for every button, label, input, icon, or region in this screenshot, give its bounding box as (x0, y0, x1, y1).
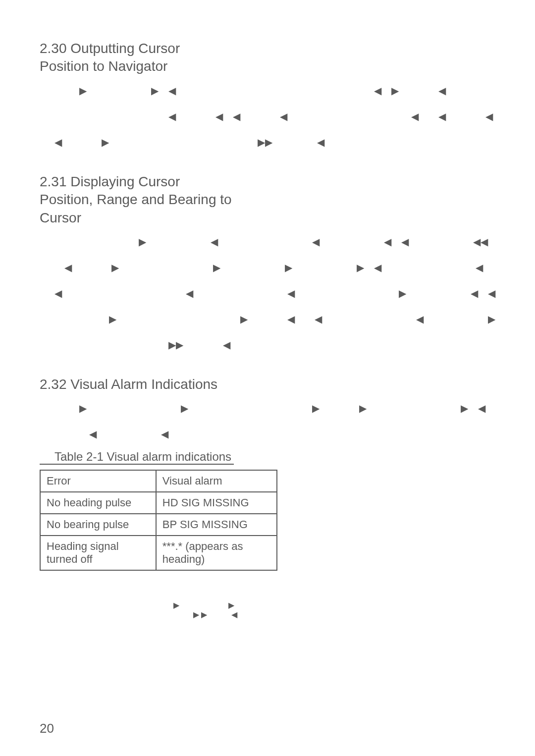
visual-alarm-table: Error Visual alarm No heading pulse HD S… (40, 470, 277, 571)
triangle-left-icon: ◀ (223, 339, 230, 351)
table-cell: No heading pulse (40, 492, 156, 514)
triangle-right-icon: ▶ (228, 601, 234, 609)
triangle-right-icon: ▶ (461, 402, 468, 414)
triangle-right-icon: ▶ (399, 287, 406, 299)
triangle-right-icon: ▶▶ (258, 136, 272, 148)
table-row: Error Visual alarm (40, 470, 277, 492)
triangle-left-icon: ◀ (485, 110, 493, 122)
triangle-left-icon: ◀ (312, 236, 320, 248)
heading-230-line2: Position to Navigator (40, 58, 167, 74)
triangle-left-icon: ◀ (374, 262, 381, 273)
triangle-left-icon: ◀ (384, 236, 391, 248)
triangle-right-icon: ▶ (54, 402, 87, 414)
triangle-right-icon: ▶ (359, 402, 367, 414)
triangle-left-icon: ◀ (89, 428, 97, 440)
page-number: 20 (40, 721, 54, 736)
triangle-right-icon: ▶ (285, 262, 292, 273)
triangle-left-icon: ◀ (374, 85, 381, 97)
triangle-left-icon: ◀ (471, 287, 478, 299)
triangle-right-icon: ▶ (312, 402, 320, 414)
triangle-right-icon: ▶ (151, 85, 159, 97)
triangle-left-icon: ◀ (438, 85, 446, 97)
heading-232-text: 2.32 Visual Alarm Indications (40, 377, 217, 392)
triangles-bottom: ▶ ▶ ▶▶ ◀ (40, 600, 495, 619)
heading-231-line2: Position, Range and Bearing to (40, 192, 232, 207)
triangle-left-icon: ◀ (416, 313, 424, 325)
triangle-left-icon: ◀ (54, 287, 62, 299)
triangle-right-icon: ▶ (181, 402, 188, 414)
triangle-left-icon: ◀ (438, 110, 446, 122)
triangle-left-icon: ◀ (233, 110, 240, 122)
table-row: Heading signal turned off ***.* (appears… (40, 536, 277, 570)
triangle-right-icon: ▶ (139, 236, 146, 248)
table-cell: Error (40, 470, 156, 492)
triangle-right-icon: ▶ (102, 136, 109, 148)
triangle-right-icon: ▶ (173, 601, 179, 609)
triangle-left-icon: ◀ (287, 287, 295, 299)
triangle-left-icon: ◀ (231, 610, 237, 619)
triangle-right-icon: ▶▶ (168, 339, 183, 351)
triangles-232: ▶ ▶ ▶ ▶ ▶ ◀ ◀ ◀ (40, 402, 495, 440)
triangle-left-icon: ◀ (161, 428, 168, 440)
heading-230-line1: 2.30 Outputting Cursor (40, 41, 180, 56)
heading-231-line1: 2.31 Displaying Cursor (40, 174, 180, 189)
triangle-left-icon: ◀ (478, 402, 485, 414)
triangle-left-icon: ◀ (168, 110, 176, 122)
triangle-right-icon: ▶▶ (173, 610, 207, 619)
triangle-left-icon: ◀ (168, 85, 176, 97)
table-row: No heading pulse HD SIG MISSING (40, 492, 277, 514)
heading-230: 2.30 Outputting Cursor Position to Navig… (40, 40, 495, 76)
table-cell: Heading signal turned off (40, 536, 156, 570)
table-cell: Visual alarm (156, 470, 277, 492)
triangle-left-icon: ◀ (54, 136, 62, 148)
triangle-left-icon: ◀◀ (473, 236, 488, 248)
triangle-left-icon: ◀ (287, 313, 295, 325)
triangle-left-icon: ◀ (315, 313, 322, 325)
table-row: No bearing pulse BP SIG MISSING (40, 514, 277, 536)
triangle-right-icon: ▶ (111, 262, 119, 273)
triangle-right-icon: ▶ (213, 262, 220, 273)
triangle-left-icon: ◀ (476, 262, 483, 273)
table-caption: Table 2-1 Visual alarm indications (40, 450, 234, 465)
triangle-left-icon: ◀ (211, 236, 218, 248)
triangle-right-icon: ▶ (240, 313, 248, 325)
triangle-left-icon: ◀ (401, 236, 409, 248)
triangle-right-icon: ▶ (488, 313, 495, 325)
heading-231-line3: Cursor (40, 210, 81, 225)
table-cell: No bearing pulse (40, 514, 156, 536)
table-cell: ***.* (appears as heading) (156, 536, 277, 570)
triangle-left-icon: ◀ (215, 110, 223, 122)
triangle-right-icon: ▶ (357, 262, 364, 273)
table-cell: HD SIG MISSING (156, 492, 277, 514)
triangle-left-icon: ◀ (280, 110, 287, 122)
triangle-left-icon: ◀ (411, 110, 419, 122)
triangle-left-icon: ◀ (186, 287, 193, 299)
triangle-left-icon: ◀ (292, 136, 324, 148)
heading-231: 2.31 Displaying Cursor Position, Range a… (40, 173, 495, 227)
triangle-right-icon: ▶ (54, 85, 87, 97)
triangle-left-icon: ◀ (488, 287, 495, 299)
triangles-231: ▶ ◀ ◀ ◀ ◀ ◀◀ ◀ ▶ ▶ ▶ ▶ ◀ ◀ ◀ ◀ ◀ ▶ (40, 236, 495, 351)
heading-232: 2.32 Visual Alarm Indications (40, 376, 495, 393)
triangle-left-icon: ◀ (64, 262, 72, 273)
triangles-230: ▶ ▶ ◀ ◀ ▶ ◀ ◀ ◀ ◀ ◀ ◀ ◀ ◀ ◀ ▶ ▶▶ ◀ (40, 85, 495, 148)
table-cell: BP SIG MISSING (156, 514, 277, 536)
triangle-right-icon: ▶ (109, 313, 116, 325)
triangle-right-icon: ▶ (391, 85, 399, 97)
